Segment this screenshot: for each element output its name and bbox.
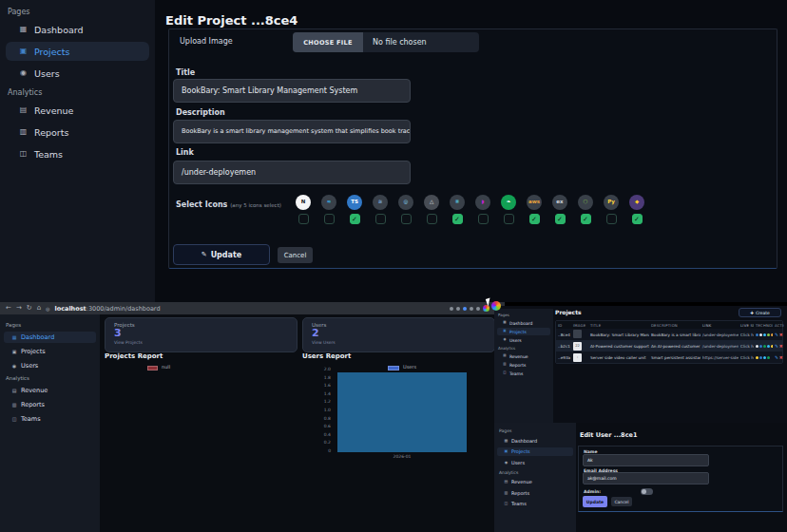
table-row[interactable]: ..8ce4BookBary: Smart Library Management… <box>556 329 782 340</box>
sidebar-item-projects[interactable]: ▣Projects <box>6 42 149 61</box>
sidebar-item-users[interactable]: ◉Users <box>497 336 550 344</box>
nextjs-checkbox[interactable] <box>298 214 309 224</box>
typescript-checkbox[interactable]: ✓ <box>350 214 360 224</box>
sidebar-item-teams[interactable]: ◫Teams <box>497 370 550 377</box>
framer-motion-checkbox[interactable] <box>478 214 489 224</box>
cell-action: ✎✖ <box>773 332 784 337</box>
cell-live-site[interactable]: Click here <box>739 344 754 349</box>
mongodb-checkbox[interactable] <box>504 214 514 224</box>
home-icon[interactable]: ⌂ <box>37 305 41 312</box>
sidebar-item-dashboard[interactable]: ▦Dashboard <box>497 436 573 446</box>
edit-icon[interactable]: ✎ <box>775 344 778 349</box>
sidebar-item-users[interactable]: ◉Users <box>4 360 96 371</box>
sidebar-item-users[interactable]: ◉Users <box>497 458 573 467</box>
sidebar-item-label: Users <box>511 460 525 466</box>
delete-icon[interactable]: ✖ <box>779 332 783 337</box>
view-projects-link[interactable]: View Projects <box>114 340 288 345</box>
back-icon[interactable]: ← <box>6 305 11 312</box>
aws-cell: aws✓ <box>527 195 542 224</box>
link-input[interactable]: /under-deployemen <box>173 161 411 184</box>
sidebar-item-dashboard[interactable]: ▦Dashboard <box>497 319 550 327</box>
extension-icon[interactable] <box>470 307 473 311</box>
prisma-checkbox[interactable] <box>427 214 437 224</box>
mongodb-cell: ❧ <box>501 195 516 224</box>
sidebar-item-dashboard[interactable]: ▦Dashboard <box>6 20 149 39</box>
sidebar-item-revenue[interactable]: ▤Revenue <box>497 478 573 487</box>
cell-live-site[interactable]: Click here <box>739 355 754 360</box>
aws-checkbox[interactable]: ✓ <box>529 214 540 224</box>
nextjs-icon: N <box>296 195 311 210</box>
view-users-link[interactable]: View Users <box>312 340 486 345</box>
revenue-icon: ▤ <box>19 106 28 114</box>
sidebar-item-reports[interactable]: ▥Reports <box>4 399 96 410</box>
sidebar-item-dashboard[interactable]: ▦Dashboard <box>4 332 96 343</box>
webpack-checkbox[interactable] <box>401 214 412 224</box>
update-button[interactable]: ✎ Update <box>173 244 270 265</box>
site-info-icon[interactable]: ◎ <box>46 306 49 312</box>
sidebar-item-projects[interactable]: ▣Projects <box>497 328 550 335</box>
extension-icon[interactable] <box>456 307 460 311</box>
file-upload-control[interactable]: CHOOSE FILE No file chosen <box>293 32 479 52</box>
projects-icon: ▣ <box>504 449 509 453</box>
sidebar-item-label: Dashboard <box>34 25 84 35</box>
sidebar-item-reports[interactable]: ▥Reports <box>497 361 550 369</box>
firebase-checkbox[interactable]: ✓ <box>632 214 643 224</box>
sidebar-item-label: Teams <box>511 501 527 506</box>
drizzle-checkbox[interactable] <box>375 214 386 224</box>
table-row[interactable]: ..b2c122AI-Powered customer support chat… <box>556 340 782 352</box>
description-input[interactable]: BookBary is a smart library management s… <box>173 120 411 143</box>
delete-icon[interactable]: ✖ <box>779 355 783 360</box>
sidebar-item-projects[interactable]: ▣Projects <box>4 346 96 357</box>
cancel-button[interactable]: Cancel <box>611 497 632 506</box>
tech-dot <box>756 345 758 348</box>
delete-icon[interactable]: ✖ <box>779 344 783 349</box>
sidebar-item-projects[interactable]: ▣Projects <box>497 447 573 457</box>
download-icon[interactable] <box>476 307 480 311</box>
choose-file-button[interactable]: CHOOSE FILE <box>293 32 363 52</box>
cell-live-site[interactable]: Click here <box>739 332 754 337</box>
nodejs-checkbox[interactable]: ✓ <box>581 214 591 224</box>
extension-icon[interactable] <box>450 307 453 311</box>
email-input[interactable]: ak@mail.com <box>583 472 709 484</box>
sidebar-item-teams[interactable]: ◫Teams <box>4 413 96 425</box>
sidebar-item-teams[interactable]: ◫Teams <box>497 500 573 509</box>
forward-icon[interactable]: → <box>16 305 22 312</box>
update-button[interactable]: Update <box>583 496 607 507</box>
python-checkbox[interactable] <box>606 214 617 224</box>
edit-user-title: Edit User ...8ce1 <box>580 431 637 439</box>
projects-icon: ▣ <box>503 330 507 333</box>
sidebar-item-revenue[interactable]: ▤Revenue <box>6 101 149 120</box>
reload-icon[interactable]: ↻ <box>27 305 32 312</box>
admin-toggle[interactable] <box>641 488 653 495</box>
sidebar-item-users[interactable]: ◉Users <box>6 64 149 83</box>
extension-icon[interactable] <box>463 307 467 311</box>
tech-dot <box>767 345 770 348</box>
cancel-button[interactable]: Cancel <box>278 247 313 263</box>
table-row[interactable]: ..e93a:Server side video caller unitSmar… <box>556 352 782 363</box>
sidebar-item-revenue[interactable]: ▤Revenue <box>497 352 550 360</box>
sidebar-item-label: Users <box>21 362 38 370</box>
sidebar-item-reports[interactable]: ▥Reports <box>497 488 573 498</box>
edit-project-main: Edit Project ...8ce4 Upload Image CHOOSE… <box>155 0 787 302</box>
cell-id: ..b2c1 <box>556 344 571 349</box>
react-checkbox[interactable]: ✓ <box>452 214 463 224</box>
create-button[interactable]: ✚ Create <box>739 308 781 317</box>
y-axis-tick: 1.6 <box>324 384 331 389</box>
framer-motion-cell: ◗ <box>475 195 490 224</box>
express-checkbox[interactable]: ✓ <box>555 214 566 224</box>
sidebar-item-label: Teams <box>21 415 41 423</box>
sidebar-item-label: Projects <box>21 348 46 355</box>
admin-label: Admin: <box>584 489 601 494</box>
sidebar-item-teams[interactable]: ◫Teams <box>6 144 149 163</box>
edit-icon[interactable]: ✎ <box>775 355 778 360</box>
sidebar-item-revenue[interactable]: ▤Revenue <box>4 385 96 396</box>
sidebar-item-reports[interactable]: ▥Reports <box>6 123 149 142</box>
tech-dot <box>763 356 766 359</box>
tailwind-checkbox[interactable] <box>324 214 335 224</box>
project-thumbnail: 22 <box>573 342 582 351</box>
name-input[interactable]: Ak <box>583 454 709 466</box>
users-icon: ◉ <box>503 338 507 342</box>
title-input[interactable]: BookBary: Smart Library Management Syste… <box>173 79 411 103</box>
edit-icon[interactable]: ✎ <box>775 332 778 337</box>
address-bar[interactable]: localhost:3000/admin/dashboard <box>54 305 160 313</box>
